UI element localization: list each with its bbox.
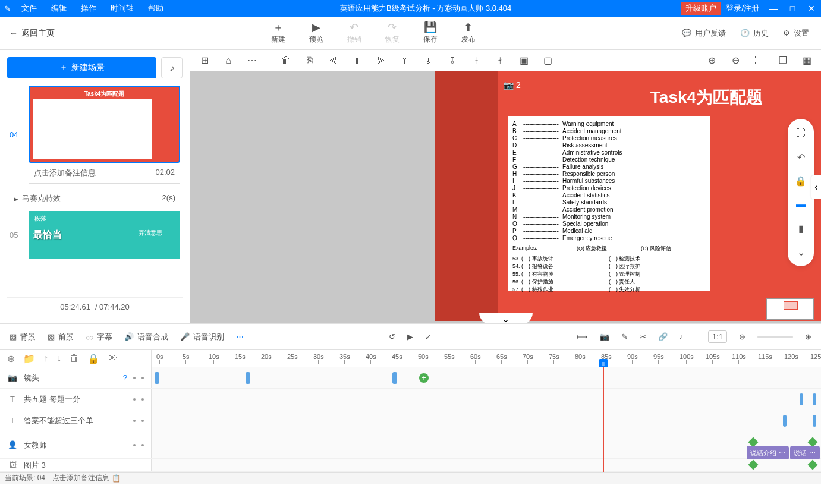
th-down-icon[interactable]: ↓ bbox=[56, 353, 61, 364]
keyframe[interactable] bbox=[392, 372, 397, 384]
align-center-icon[interactable]: ⫿ bbox=[350, 53, 364, 68]
canvas-view[interactable]: 📷2 Task4为匹配题 A------------------Warning … bbox=[190, 71, 821, 323]
tc-camera[interactable]: 📷 bbox=[600, 332, 609, 341]
home-icon[interactable]: ⌂ bbox=[221, 53, 235, 68]
back-button[interactable]: ← 返回主页 bbox=[0, 28, 64, 39]
menu-edit[interactable]: 编辑 bbox=[44, 3, 74, 14]
fullscreen-icon[interactable]: ⛶ bbox=[794, 126, 808, 140]
toolbar-新建[interactable]: ＋新建 bbox=[271, 21, 285, 45]
tl-track[interactable]: 说话介绍⋯ 说话⋯ bbox=[152, 431, 821, 458]
copy-icon[interactable]: 📋 bbox=[112, 474, 121, 483]
th-add-icon[interactable]: ⊕ bbox=[7, 353, 15, 364]
tc-background[interactable]: ▨背景 bbox=[10, 332, 36, 342]
toolbar-right-设置[interactable]: ⚙设置 bbox=[783, 28, 809, 39]
monitor-icon[interactable]: ▬ bbox=[794, 197, 808, 212]
tl-row-text2[interactable]: T答案不能超过三个单 bbox=[0, 410, 821, 431]
keyframe[interactable] bbox=[155, 372, 159, 384]
speech-block[interactable]: 说话介绍⋯ bbox=[747, 446, 789, 460]
tc-zoom-ratio[interactable]: 1:1 bbox=[708, 330, 727, 343]
tc-zoom-out[interactable]: ⊖ bbox=[739, 332, 745, 341]
align-icon[interactable]: ⊞ bbox=[197, 53, 212, 68]
trash-icon[interactable]: 🗑 bbox=[279, 53, 293, 68]
scene-item-05[interactable]: 05 段落 弄清意思 最恰当 bbox=[10, 211, 180, 259]
align-top-icon[interactable]: ⫯ bbox=[398, 53, 412, 68]
tl-row-camera[interactable]: 📷镜头? + bbox=[0, 367, 821, 389]
distribute-h-icon[interactable]: ⫲ bbox=[469, 53, 483, 68]
chevron-down-icon[interactable]: ⌄ bbox=[479, 313, 533, 323]
th-folder-icon[interactable]: 📁 bbox=[23, 353, 35, 364]
tl-track[interactable]: + bbox=[152, 367, 821, 388]
copy-icon[interactable]: ⎘ bbox=[303, 53, 317, 68]
scene-item-04[interactable]: 04 Task4为匹配题 点击添加备注信息 02:02 bbox=[10, 86, 180, 184]
maximize-button[interactable]: □ bbox=[783, 4, 802, 13]
minimap[interactable] bbox=[766, 298, 814, 320]
menu-timeline[interactable]: 时间轴 bbox=[103, 3, 141, 14]
tc-split[interactable]: ⫰ bbox=[680, 332, 684, 341]
th-lock-icon[interactable]: 🔒 bbox=[87, 353, 99, 364]
send-back-icon[interactable]: ▢ bbox=[540, 53, 555, 68]
grid-icon[interactable]: ▦ bbox=[800, 53, 814, 68]
toolbar-right-历史[interactable]: 🕐历史 bbox=[740, 28, 769, 39]
keyframe[interactable] bbox=[246, 372, 250, 384]
zoom-out-icon[interactable]: ⊖ bbox=[728, 53, 743, 68]
scene-note[interactable]: 点击添加备注信息 bbox=[34, 168, 96, 178]
toolbar-保存[interactable]: 💾保存 bbox=[423, 21, 438, 45]
tc-zoom-in[interactable]: ⊕ bbox=[805, 332, 811, 341]
tl-track[interactable] bbox=[152, 410, 821, 431]
keyframe[interactable] bbox=[813, 415, 816, 427]
th-eye-icon[interactable]: 👁 bbox=[108, 353, 117, 364]
toolbar-发布[interactable]: ⬆发布 bbox=[461, 21, 476, 45]
menu-file[interactable]: 文件 bbox=[14, 3, 44, 14]
speech-block[interactable]: 说话⋯ bbox=[790, 446, 820, 460]
lock-icon[interactable]: 🔒 bbox=[794, 174, 808, 188]
th-trash-icon[interactable]: 🗑 bbox=[70, 353, 79, 364]
keyframe[interactable] bbox=[813, 393, 816, 405]
effect-row[interactable]: ▸马赛克特效 2(s) bbox=[10, 191, 180, 206]
tc-link[interactable]: 🔗 bbox=[658, 332, 668, 341]
toolbar-right-用户反馈[interactable]: 💬用户反馈 bbox=[682, 28, 726, 39]
keyframe[interactable] bbox=[783, 415, 787, 427]
help-icon[interactable]: ? bbox=[123, 373, 127, 382]
toolbar-预览[interactable]: ▶预览 bbox=[309, 21, 323, 45]
tc-tts[interactable]: 🔊语音合成 bbox=[124, 332, 168, 342]
tc-asr[interactable]: 🎤语音识别 bbox=[180, 332, 224, 342]
add-keyframe[interactable]: + bbox=[419, 373, 429, 383]
fit-icon[interactable]: ⛶ bbox=[752, 53, 766, 68]
music-button[interactable]: ♪ bbox=[161, 57, 183, 78]
more-icon[interactable]: ⋯ bbox=[245, 53, 259, 68]
copy2-icon[interactable]: ❐ bbox=[776, 53, 790, 68]
tc-foreground[interactable]: ▧前景 bbox=[48, 332, 74, 342]
tl-row-character[interactable]: 👤女教师 说话介绍⋯ 说话⋯ bbox=[0, 431, 821, 459]
zoom-in-icon[interactable]: ⊕ bbox=[704, 53, 719, 68]
toolbar-恢复[interactable]: ↷恢复 bbox=[385, 21, 400, 45]
tl-track[interactable] bbox=[152, 459, 821, 471]
expand-panel-tab[interactable]: ‹ bbox=[811, 175, 821, 199]
tc-fullscreen[interactable]: ⤢ bbox=[425, 332, 432, 341]
align-middle-icon[interactable]: ⫰ bbox=[421, 53, 436, 68]
toolbar-撤销[interactable]: ↶撤销 bbox=[347, 21, 361, 45]
scene-thumbnail[interactable]: Task4为匹配题 bbox=[29, 86, 180, 163]
tl-row-image[interactable]: 🖼图片 3 bbox=[0, 459, 821, 472]
tc-rewind[interactable]: ↺ bbox=[389, 332, 395, 341]
diamond-keyframe[interactable] bbox=[808, 460, 818, 470]
tc-marker[interactable]: ⟼ bbox=[577, 332, 588, 341]
new-scene-button[interactable]: ＋ 新建场景 bbox=[7, 57, 156, 78]
menu-action[interactable]: 操作 bbox=[74, 3, 103, 14]
align-left-icon[interactable]: ⫷ bbox=[326, 53, 341, 68]
menu-help[interactable]: 帮助 bbox=[141, 3, 171, 14]
tl-row-text1[interactable]: T共五题 每题一分 bbox=[0, 389, 821, 410]
close-button[interactable]: ✕ bbox=[802, 4, 821, 13]
tc-play[interactable]: ▶ bbox=[407, 332, 413, 341]
stage[interactable]: 📷2 Task4为匹配题 A------------------Warning … bbox=[435, 71, 821, 321]
upgrade-button[interactable]: 升级账户 bbox=[681, 2, 721, 15]
distribute-v-icon[interactable]: ⫳ bbox=[493, 53, 507, 68]
tc-subtitle[interactable]: ㏄字幕 bbox=[86, 332, 112, 342]
tc-edit[interactable]: ✎ bbox=[621, 332, 628, 341]
diamond-keyframe[interactable] bbox=[748, 460, 759, 470]
zoom-slider[interactable] bbox=[757, 336, 793, 338]
undo-icon[interactable]: ↶ bbox=[794, 150, 808, 164]
scene-thumbnail[interactable]: 段落 弄清意思 最恰当 bbox=[29, 211, 180, 259]
keyframe[interactable] bbox=[800, 393, 803, 405]
tc-more[interactable]: ⋯ bbox=[236, 332, 244, 341]
ruler[interactable]: 0s5s10s15s20s25s30s35s40s45s50s55s60s65s… bbox=[152, 350, 821, 367]
